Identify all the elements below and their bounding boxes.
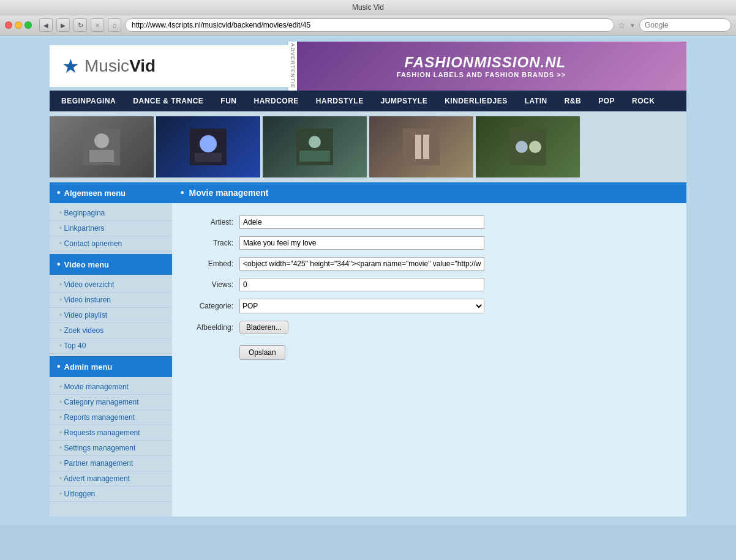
sidebar-partner-management[interactable]: Partner management bbox=[50, 456, 172, 471]
svg-point-13 bbox=[516, 141, 528, 153]
thumb-3-img bbox=[296, 129, 333, 165]
video-links: Video overzicht Video insturen Video pla… bbox=[50, 275, 172, 356]
thumbnail-3[interactable] bbox=[263, 116, 367, 177]
reload-button[interactable]: ↻ bbox=[73, 18, 87, 32]
site-header: ★ MusicVid ADVERTENTIE FASHIONMISSION.NL… bbox=[50, 42, 686, 91]
artiest-label: Artiest: bbox=[184, 218, 239, 226]
thumbnail-5[interactable] bbox=[476, 116, 580, 177]
search-input[interactable] bbox=[639, 18, 731, 32]
views-input[interactable] bbox=[239, 278, 484, 291]
svg-point-1 bbox=[94, 133, 109, 148]
logo-text: MusicVid bbox=[84, 56, 156, 76]
thumbnail-4[interactable] bbox=[369, 116, 473, 177]
save-row: Opslaan bbox=[184, 342, 674, 360]
svg-point-14 bbox=[529, 141, 541, 153]
thumbnail-strip bbox=[50, 111, 686, 182]
sidebar-linkpartners[interactable]: Linkpartners bbox=[50, 221, 172, 236]
nav-rock[interactable]: ROCK bbox=[623, 91, 663, 111]
nav-dance-trance[interactable]: DANCE & TRANCE bbox=[124, 91, 212, 111]
thumb-2-img bbox=[190, 129, 227, 165]
browser-chrome: Music Vid ◀ ▶ ↻ ✕ ⌂ ☆ ▼ bbox=[0, 0, 736, 35]
sidebar-video-playlist[interactable]: Video playlist bbox=[50, 308, 172, 323]
algemeen-links: Beginpagina Linkpartners Contact opnemen bbox=[50, 203, 172, 254]
embed-label: Embed: bbox=[184, 259, 239, 268]
home-button[interactable]: ⌂ bbox=[108, 18, 121, 32]
admin-links: Movie management Category management Rep… bbox=[50, 377, 172, 504]
svg-rect-11 bbox=[423, 135, 429, 159]
inner-container: ★ MusicVid ADVERTENTIE FASHIONMISSION.NL… bbox=[50, 42, 686, 517]
sidebar-video-overzicht[interactable]: Video overzicht bbox=[50, 277, 172, 293]
svg-rect-2 bbox=[89, 150, 114, 162]
logo-area: ★ MusicVid bbox=[50, 45, 288, 87]
minimize-button[interactable] bbox=[15, 21, 22, 29]
svg-rect-5 bbox=[195, 153, 222, 162]
bookmark-icon[interactable]: ☆ bbox=[618, 20, 626, 30]
track-label: Track: bbox=[184, 239, 239, 247]
forward-button[interactable]: ▶ bbox=[56, 18, 70, 32]
nav-hardstyle[interactable]: HARDSTYLE bbox=[307, 91, 372, 111]
nav-hardcore[interactable]: HARDCORE bbox=[245, 91, 307, 111]
sidebar-top40[interactable]: Top 40 bbox=[50, 338, 172, 354]
sidebar-requests-management[interactable]: Requests management bbox=[50, 425, 172, 441]
sidebar-reports-management[interactable]: Reports management bbox=[50, 410, 172, 425]
track-row: Track: bbox=[184, 236, 674, 250]
thumb-4-img bbox=[403, 129, 440, 165]
back-button[interactable]: ◀ bbox=[39, 18, 53, 32]
thumbnail-2[interactable] bbox=[156, 116, 260, 177]
main-content: Movie management Artiest: Track: Embed bbox=[172, 182, 686, 517]
title-bar: Music Vid bbox=[0, 0, 736, 15]
stop-button[interactable]: ✕ bbox=[91, 18, 104, 32]
artiest-row: Artiest: bbox=[184, 215, 674, 229]
svg-point-7 bbox=[309, 136, 321, 148]
categorie-row: Categorie: BEGINPAGINA DANCE & TRANCE FU… bbox=[184, 299, 674, 313]
sidebar-uitloggen[interactable]: Uitloggen bbox=[50, 487, 172, 502]
artiest-input[interactable] bbox=[239, 215, 484, 229]
thumb-5-img bbox=[509, 129, 546, 165]
admin-menu-header: Admin menu bbox=[50, 356, 172, 377]
sidebar-settings-management[interactable]: Settings management bbox=[50, 441, 172, 456]
traffic-lights bbox=[5, 21, 32, 29]
nav-kinderliedjes[interactable]: KINDERLIEDJES bbox=[436, 91, 516, 111]
afbeelding-row: Afbeelding: Bladeren... bbox=[184, 321, 674, 334]
content-header: Movie management bbox=[172, 182, 686, 203]
sidebar-zoek-videos[interactable]: Zoek videos bbox=[50, 323, 172, 338]
categorie-label: Categorie: bbox=[184, 302, 239, 310]
embed-input[interactable] bbox=[239, 257, 484, 271]
nav-pop[interactable]: POP bbox=[590, 91, 623, 111]
browse-button[interactable]: Bladeren... bbox=[239, 321, 288, 334]
close-button[interactable] bbox=[5, 21, 12, 29]
thumbnail-1[interactable] bbox=[50, 116, 154, 177]
nav-latin[interactable]: LATIN bbox=[516, 91, 556, 111]
algemeen-menu-header: Algemeen menu bbox=[50, 182, 172, 203]
sidebar-category-management[interactable]: Category management bbox=[50, 395, 172, 410]
nav-beginpagina[interactable]: BEGINPAGINA bbox=[53, 91, 124, 111]
sidebar-advert-management[interactable]: Advert management bbox=[50, 471, 172, 487]
save-button[interactable]: Opslaan bbox=[239, 345, 285, 360]
sidebar-beginpagina[interactable]: Beginpagina bbox=[50, 206, 172, 221]
file-row: Bladeren... bbox=[239, 321, 288, 334]
url-bar[interactable] bbox=[125, 18, 614, 32]
maximize-button[interactable] bbox=[24, 21, 32, 29]
nav-jumpstyle[interactable]: JUMPSTYLE bbox=[372, 91, 437, 111]
sidebar-video-insturen[interactable]: Video insturen bbox=[50, 293, 172, 308]
sidebar: Algemeen menu Beginpagina Linkpartners C… bbox=[50, 182, 172, 517]
main-nav: BEGINPAGINA DANCE & TRANCE FUN HARDCORE … bbox=[50, 91, 686, 111]
advertentie-label: ADVERTENTIE bbox=[288, 42, 297, 91]
logo-star-icon: ★ bbox=[62, 54, 80, 78]
advertisement-banner[interactable]: ADVERTENTIE FASHIONMISSION.NL FASHION LA… bbox=[288, 42, 686, 91]
sidebar-movie-management[interactable]: Movie management bbox=[50, 379, 172, 395]
svg-rect-10 bbox=[415, 135, 421, 159]
video-menu-header: Video menu bbox=[50, 254, 172, 275]
sidebar-contact[interactable]: Contact opnemen bbox=[50, 236, 172, 252]
track-input[interactable] bbox=[239, 236, 484, 250]
ad-sub-text: FASHION LABELS AND FASHION BRANDS >> bbox=[397, 71, 566, 78]
categorie-select[interactable]: BEGINPAGINA DANCE & TRANCE FUN HARDCORE … bbox=[239, 299, 484, 313]
views-label: Views: bbox=[184, 280, 239, 289]
nav-fun[interactable]: FUN bbox=[212, 91, 245, 111]
page-wrapper: ★ MusicVid ADVERTENTIE FASHIONMISSION.NL… bbox=[0, 35, 736, 525]
svg-point-4 bbox=[200, 135, 217, 152]
dropdown-icon[interactable]: ▼ bbox=[629, 22, 636, 29]
nav-rb[interactable]: R&B bbox=[556, 91, 590, 111]
embed-row: Embed: bbox=[184, 257, 674, 271]
content-wrapper: Algemeen menu Beginpagina Linkpartners C… bbox=[50, 182, 686, 517]
